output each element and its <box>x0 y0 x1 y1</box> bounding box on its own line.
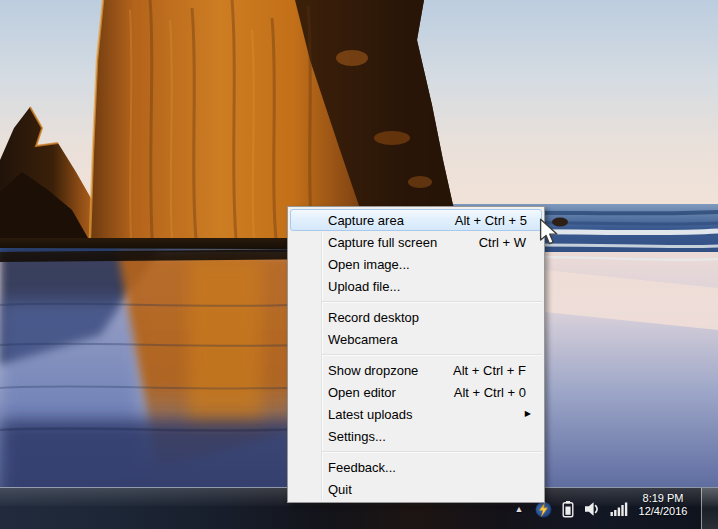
menu-item-label: Quit <box>328 482 352 497</box>
menu-item-capture-full-screen[interactable]: Capture full screenCtrl + W <box>288 231 544 253</box>
menu-item-shortcut: Ctrl + W <box>479 235 541 250</box>
menu-item-shortcut: Alt + Ctrl + F <box>453 363 541 378</box>
mouse-cursor <box>539 218 558 246</box>
menu-item-label: Latest uploads <box>328 407 413 422</box>
show-hidden-icons-button[interactable]: ▲ <box>512 504 526 514</box>
lightning-app-icon[interactable] <box>535 501 552 518</box>
tray-context-menu: Capture areaAlt + Ctrl + 5Capture full s… <box>287 206 545 503</box>
menu-item-upload-file[interactable]: Upload file... <box>288 275 544 297</box>
taskbar-clock[interactable]: 8:19 PM 12/4/2016 <box>633 492 693 518</box>
menu-item-record-desktop[interactable]: Record desktop <box>288 306 544 328</box>
menu-item-feedback[interactable]: Feedback... <box>288 456 544 478</box>
menu-item-latest-uploads[interactable]: Latest uploads▶ <box>288 403 544 425</box>
menu-item-label: Capture area <box>328 213 404 228</box>
menu-item-show-dropzone[interactable]: Show dropzoneAlt + Ctrl + F <box>288 359 544 381</box>
menu-item-capture-area[interactable]: Capture areaAlt + Ctrl + 5 <box>290 209 542 231</box>
menu-item-label: Show dropzone <box>328 363 418 378</box>
menu-item-label: Upload file... <box>328 279 400 294</box>
menu-item-list: Capture areaAlt + Ctrl + 5Capture full s… <box>288 209 544 500</box>
menu-item-label: Record desktop <box>328 310 419 325</box>
clock-time: 8:19 PM <box>633 492 693 505</box>
menu-item-label: Webcamera <box>328 332 398 347</box>
menu-item-quit[interactable]: Quit <box>288 478 544 500</box>
menu-item-shortcut: Alt + Ctrl + 5 <box>455 213 540 228</box>
clock-date: 12/4/2016 <box>633 505 693 518</box>
menu-item-settings[interactable]: Settings... <box>288 425 544 447</box>
menu-item-label: Open editor <box>328 385 396 400</box>
show-desktop-button[interactable] <box>701 488 718 529</box>
menu-separator <box>322 447 542 456</box>
submenu-arrow-icon: ▶ <box>525 410 541 418</box>
network-icon[interactable] <box>610 501 628 517</box>
volume-icon[interactable] <box>584 501 601 517</box>
desktop-screen: Capture areaAlt + Ctrl + 5Capture full s… <box>0 0 718 529</box>
menu-item-webcamera[interactable]: Webcamera <box>288 328 544 350</box>
menu-item-label: Capture full screen <box>328 235 437 250</box>
menu-separator <box>322 297 542 306</box>
battery-icon[interactable] <box>561 500 575 518</box>
menu-item-label: Open image... <box>328 257 410 272</box>
menu-separator <box>322 350 542 359</box>
menu-item-open-editor[interactable]: Open editorAlt + Ctrl + 0 <box>288 381 544 403</box>
menu-item-shortcut: Alt + Ctrl + 0 <box>454 385 541 400</box>
menu-item-label: Settings... <box>328 429 386 444</box>
menu-item-open-image[interactable]: Open image... <box>288 253 544 275</box>
menu-item-label: Feedback... <box>328 460 396 475</box>
